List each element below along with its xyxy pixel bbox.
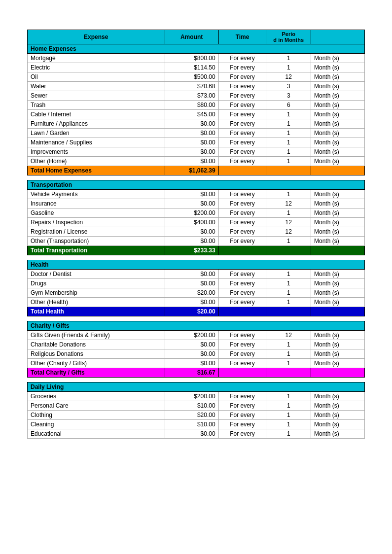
expense-amount: $20.00 <box>165 288 218 298</box>
expense-amount: $114.50 <box>165 63 218 72</box>
expense-period: 1 <box>266 420 311 429</box>
header-months <box>311 30 364 44</box>
table-row: Registration / License $0.00 For every 1… <box>28 227 365 237</box>
expense-label: Gasoline <box>28 208 165 218</box>
expense-months: Month (s) <box>311 147 364 157</box>
expense-label: Other (Charity / Gifts) <box>28 359 165 368</box>
expense-period: 1 <box>266 429 311 439</box>
expense-time: For every <box>218 270 266 279</box>
expense-period: 1 <box>266 411 311 420</box>
expense-amount: $80.00 <box>165 101 218 110</box>
expense-amount: $0.00 <box>165 340 218 349</box>
table-row: Religious Donations $0.00 For every 1 Mo… <box>28 349 365 359</box>
expense-period: 1 <box>266 54 311 63</box>
expense-time: For every <box>218 199 266 208</box>
expense-months: Month (s) <box>311 420 364 429</box>
expense-label: Educational <box>28 429 165 439</box>
expense-label: Other (Transportation) <box>28 237 165 246</box>
section-header-home: Home Expenses <box>28 44 365 54</box>
table-row: Insurance $0.00 For every 12 Month (s) <box>28 199 365 208</box>
expense-time: For every <box>218 82 266 91</box>
table-header: Expense Amount Time Period in Months <box>28 30 365 44</box>
expense-months: Month (s) <box>311 237 364 246</box>
expense-amount: $0.00 <box>165 138 218 147</box>
section-title-charity: Charity / Gifts <box>28 321 365 331</box>
expense-label: Other (Home) <box>28 157 165 166</box>
table-row: Improvements $0.00 For every 1 Month (s) <box>28 147 365 157</box>
total-label: Total Charity / Gifts <box>28 368 165 378</box>
expense-label: Gym Membership <box>28 288 165 298</box>
expense-amount: $0.00 <box>165 237 218 246</box>
spacer-row <box>28 175 365 180</box>
expense-time: For every <box>218 208 266 218</box>
expense-period: 1 <box>266 63 311 72</box>
expense-time: For every <box>218 279 266 288</box>
expense-amount: $45.00 <box>165 110 218 119</box>
expense-amount: $10.00 <box>165 420 218 429</box>
expense-label: Cable / Internet <box>28 110 165 119</box>
expense-time: For every <box>218 227 266 237</box>
expense-time: For every <box>218 190 266 199</box>
expense-time: For every <box>218 138 266 147</box>
total-amount: $16.67 <box>165 368 218 378</box>
expense-period: 12 <box>266 72 311 82</box>
expense-period: 1 <box>266 298 311 307</box>
expense-time: For every <box>218 54 266 63</box>
expense-label: Sewer <box>28 91 165 101</box>
expense-period: 1 <box>266 237 311 246</box>
expense-label: Electric <box>28 63 165 72</box>
expense-months: Month (s) <box>311 429 364 439</box>
expense-amount: $0.00 <box>165 147 218 157</box>
expense-months: Month (s) <box>311 279 364 288</box>
expense-period: 1 <box>266 340 311 349</box>
expense-label: Doctor / Dentist <box>28 270 165 279</box>
expense-amount: $0.00 <box>165 279 218 288</box>
expense-amount: $0.00 <box>165 190 218 199</box>
expense-time: For every <box>218 288 266 298</box>
expense-amount: $400.00 <box>165 218 218 227</box>
table-row: Maintenance / Supplies $0.00 For every 1… <box>28 138 365 147</box>
expense-time: For every <box>218 340 266 349</box>
table-row: Trash $80.00 For every 6 Month (s) <box>28 101 365 110</box>
expense-label: Other (Health) <box>28 298 165 307</box>
expense-period: 1 <box>266 288 311 298</box>
total-row-charity: Total Charity / Gifts $16.67 <box>28 368 365 378</box>
total-row-transport: Total Transportation $233.33 <box>28 246 365 255</box>
section-title-health: Health <box>28 260 365 270</box>
expense-label: Vehicle Payments <box>28 190 165 199</box>
expense-months: Month (s) <box>311 340 364 349</box>
expense-label: Repairs / Inspection <box>28 218 165 227</box>
table-row: Furniture / Appliances $0.00 For every 1… <box>28 119 365 129</box>
expense-amount: $0.00 <box>165 270 218 279</box>
expense-period: 1 <box>266 401 311 411</box>
expense-label: Personal Care <box>28 401 165 411</box>
header-expense: Expense <box>28 30 165 44</box>
expense-period: 1 <box>266 190 311 199</box>
table-row: Educational $0.00 For every 1 Month (s) <box>28 429 365 439</box>
expense-time: For every <box>218 429 266 439</box>
expense-amount: $200.00 <box>165 392 218 401</box>
expense-amount: $500.00 <box>165 72 218 82</box>
table-row: Drugs $0.00 For every 1 Month (s) <box>28 279 365 288</box>
expense-months: Month (s) <box>311 359 364 368</box>
expense-time: For every <box>218 401 266 411</box>
expense-months: Month (s) <box>311 411 364 420</box>
expense-months: Month (s) <box>311 218 364 227</box>
expense-months: Month (s) <box>311 199 364 208</box>
expense-label: Charitable Donations <box>28 340 165 349</box>
expense-amount: $0.00 <box>165 349 218 359</box>
expense-period: 12 <box>266 199 311 208</box>
expense-months: Month (s) <box>311 331 364 340</box>
expense-period: 12 <box>266 218 311 227</box>
expense-time: For every <box>218 110 266 119</box>
table-row: Cable / Internet $45.00 For every 1 Mont… <box>28 110 365 119</box>
table-row: Gym Membership $20.00 For every 1 Month … <box>28 288 365 298</box>
expense-time: For every <box>218 63 266 72</box>
expense-period: 1 <box>266 279 311 288</box>
expense-amount: $0.00 <box>165 199 218 208</box>
expense-period: 1 <box>266 359 311 368</box>
expense-amount: $10.00 <box>165 401 218 411</box>
expense-time: For every <box>218 119 266 129</box>
total-amount: $20.00 <box>165 307 218 316</box>
total-label: Total Home Expenses <box>28 166 165 175</box>
